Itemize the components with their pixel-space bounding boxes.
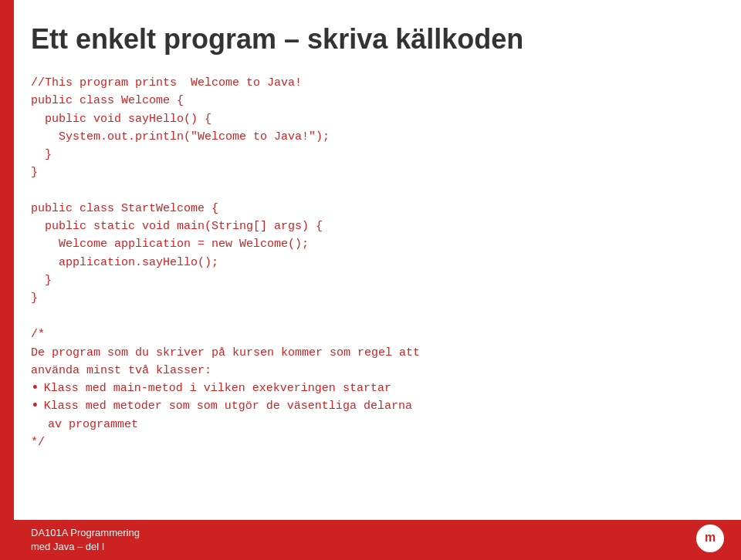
left-accent-bar [0, 0, 14, 560]
code-block: //This program prints Welcome to Java! p… [31, 74, 726, 307]
bullet-item-1: • Klass med main-metod i vilken exekveri… [31, 380, 726, 397]
code-line-6: } [31, 166, 38, 179]
comment-line-1: De program som du skriver på kursen komm… [31, 344, 726, 362]
code-line-11: application.sayHello(); [31, 256, 218, 269]
bullet-dot-1: • [31, 380, 39, 397]
slide: Ett enkelt program – skriva källkoden //… [0, 0, 741, 560]
code-line-9: public static void main(String[] args) { [31, 220, 323, 233]
code-line-2: public class Welcome { [31, 94, 184, 107]
code-line-4: System.out.println("Welcome to Java!"); [31, 130, 330, 143]
comment-open: /* [31, 326, 726, 343]
svg-text:m: m [705, 531, 716, 544]
logo-area: m [695, 523, 726, 554]
footer: DA101A Programmering med Java – del I [0, 520, 741, 560]
slide-title: Ett enkelt program – skriva källkoden [31, 23, 726, 56]
bullet-text-2: Klass med metoder som som utgör de väsen… [44, 397, 412, 415]
logo-symbol: m [699, 525, 722, 552]
comment-block: /* De program som du skriver på kursen k… [31, 326, 726, 451]
code-line-12: } [31, 274, 52, 287]
comment-line-2: använda minst två klasser: [31, 362, 726, 380]
footer-text: DA101A Programmering med Java – del I [31, 526, 140, 554]
bottom-bar: DA101A Programmering med Java – del I m [0, 520, 741, 560]
bullet-item-2: • Klass med metoder som som utgör de väs… [31, 397, 726, 415]
comment-close: */ [31, 433, 726, 451]
slide-content: Ett enkelt program – skriva källkoden //… [31, 15, 726, 514]
code-line-13: } [31, 292, 38, 305]
code-line-1: //This program prints Welcome to Java! [31, 76, 302, 89]
footer-line-2: med Java – del I [31, 540, 140, 554]
code-line-5: } [31, 148, 52, 161]
footer-line-1: DA101A Programmering [31, 526, 140, 540]
bullet-dot-2: • [31, 397, 39, 415]
code-line-10: Welcome application = new Welcome(); [31, 238, 309, 251]
comment-line-bullet2b: av programmet [31, 416, 726, 433]
bullet-text-1: Klass med main-metod i vilken exekvering… [44, 380, 391, 397]
code-line-3: public void sayHello() { [31, 113, 211, 126]
code-line-8: public class StartWelcome { [31, 202, 218, 215]
logo-circle: m [696, 525, 724, 552]
